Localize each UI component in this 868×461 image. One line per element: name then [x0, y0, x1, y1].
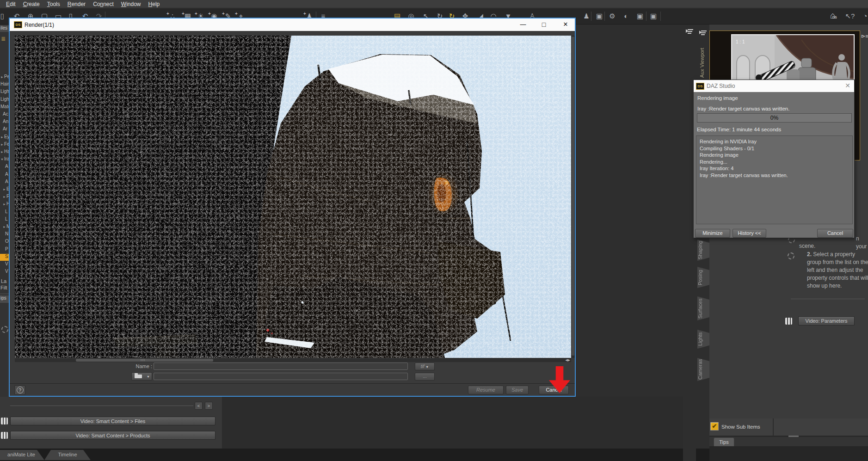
- video-smart-content-products-button[interactable]: Video: Smart Content > Products: [10, 431, 215, 440]
- sidebar-item[interactable]: Light: [0, 89, 9, 96]
- scrollbar-grip: ||||: [141, 359, 145, 361]
- sidebar-item[interactable]: V: [0, 269, 9, 276]
- sidebar-item[interactable]: O: [0, 239, 9, 246]
- sidebar-item[interactable]: ►Ha: [0, 149, 9, 156]
- horizontal-scrollbar[interactable]: |||| ◀▶: [15, 358, 571, 362]
- instruction2-number: 2.: [807, 251, 812, 258]
- sidebar-item[interactable]: V: [0, 261, 9, 268]
- sidebar-item[interactable]: ►Fe: [0, 141, 9, 148]
- pane-menu-icon[interactable]: [686, 28, 695, 37]
- show-sub-items-label: Show Sub Items: [721, 423, 760, 431]
- render-log-box[interactable]: Rendering in NVIDIA IrayCompiling Shader…: [696, 135, 853, 224]
- menu-edit[interactable]: Edit: [5, 1, 17, 7]
- video-parameters-button[interactable]: Video: Parameters: [798, 316, 855, 326]
- name-input[interactable]: [154, 363, 408, 370]
- camera-icon[interactable]: ▣: [648, 11, 659, 22]
- sidebar-item[interactable]: ►Ey: [0, 134, 9, 141]
- sidebar-item[interactable]: Hair: [0, 81, 9, 88]
- tab-tips[interactable]: Tips: [714, 437, 734, 446]
- menu-window[interactable]: Window: [120, 1, 142, 7]
- minimize-button[interactable]: Minimize: [695, 229, 730, 238]
- page-next-button[interactable]: >: [205, 402, 213, 410]
- tab-surfaces[interactable]: Surfaces: [697, 296, 709, 320]
- sidebar-item[interactable]: Ac: [0, 111, 9, 118]
- sidebar-item[interactable]: N: [0, 231, 9, 238]
- sidebar-item[interactable]: ►E: [0, 186, 9, 193]
- left-sidebar-sliver: iles ≣ ►PeHairLightLightMateAcAnAr►Ey►Fe…: [0, 25, 9, 397]
- sidebar-item[interactable]: Mate: [0, 104, 9, 111]
- sidebar-item[interactable]: Ar: [0, 126, 9, 133]
- folder-button[interactable]: ▼: [131, 372, 152, 381]
- sidebar-item[interactable]: A: [0, 172, 9, 178]
- video-smart-content-files-button[interactable]: Video: Smart Content > Files: [10, 417, 215, 425]
- scrollbar-thumb[interactable]: [572, 37, 574, 356]
- toolbar-divider: [604, 12, 605, 21]
- cursor-settings-icon[interactable]: ⚙: [607, 11, 617, 22]
- sidebar-item[interactable]: ▼Ira: [0, 156, 9, 163]
- sidebar-item[interactable]: An: [0, 119, 9, 126]
- new-file-icon[interactable]: ▯: [0, 11, 7, 22]
- sidebar-tips-tab[interactable]: ips: [0, 295, 9, 303]
- daz-studio-app: EditCreateToolsRenderConnectWindowHelp ▯…: [0, 0, 868, 461]
- sphere-settings-icon[interactable]: ◐: [621, 11, 631, 22]
- scrollbar-arrows[interactable]: ◀▶: [565, 358, 570, 362]
- layered-panels-icon[interactable]: ≣: [1, 36, 6, 42]
- sidebar-item[interactable]: A: [0, 164, 9, 171]
- sidebar-item[interactable]: ►H: [0, 201, 9, 208]
- maximize-icon[interactable]: □: [537, 18, 551, 31]
- minimize-icon[interactable]: ―: [516, 18, 530, 31]
- tab-timeline[interactable]: Timeline: [44, 450, 91, 460]
- resume-button[interactable]: Resume: [468, 386, 504, 394]
- sidebar-item[interactable]: A: [0, 179, 9, 186]
- help-button[interactable]: ?: [14, 385, 25, 395]
- browse-button[interactable]: ...: [415, 373, 435, 381]
- toolbar-divider: [660, 12, 661, 21]
- show-sub-items-checkbox[interactable]: ✔: [710, 422, 719, 430]
- help-cursor-icon[interactable]: ↖?: [845, 11, 855, 22]
- pane-undock-icon[interactable]: ⊳≡: [861, 33, 868, 39]
- sidebar-item[interactable]: ►F: [0, 194, 9, 201]
- history-button[interactable]: History <<: [733, 229, 766, 238]
- tab-animate-lite[interactable]: aniMate Lite: [0, 450, 44, 460]
- toolbar-divider: [646, 12, 646, 21]
- ds-home-icon[interactable]: ⌂DS: [830, 11, 842, 23]
- sidebar-item[interactable]: ►M: [0, 224, 9, 231]
- tab-posing[interactable]: Posing: [697, 267, 709, 288]
- menu-connect[interactable]: Connect: [92, 1, 115, 7]
- aspect-ratio-label: 1 : 1: [736, 39, 745, 44]
- person-select-icon[interactable]: ♟: [581, 11, 591, 22]
- sidebar-item[interactable]: S: [0, 254, 9, 261]
- sidebar-item[interactable]: L: [0, 209, 9, 216]
- render-window-titlebar[interactable]: DS Render(1/1) ― □ ✕: [10, 18, 575, 31]
- film-icon: [1, 418, 8, 424]
- progress-dialog: DS DAZ Studio ✕ Rendering image Iray :Re…: [693, 80, 855, 238]
- dialog-titlebar[interactable]: DS DAZ Studio ✕: [694, 80, 854, 92]
- sidebar-item[interactable]: ►Pe: [0, 74, 9, 81]
- menu-help[interactable]: Help: [147, 1, 161, 7]
- close-icon[interactable]: ✕: [559, 18, 573, 31]
- camera-select-icon[interactable]: ▣: [594, 11, 604, 22]
- close-icon[interactable]: ✕: [845, 82, 850, 89]
- film-icon: [785, 318, 792, 325]
- sidebar-top-tab[interactable]: iles: [0, 25, 9, 32]
- sidebar-item[interactable]: Light: [0, 97, 9, 104]
- save-button[interactable]: Save: [506, 386, 529, 394]
- tab-aux-viewport[interactable]: Aux Viewport: [699, 41, 709, 85]
- camera-settings-icon[interactable]: ▣: [635, 11, 645, 22]
- dock-divider-line: [791, 299, 865, 299]
- vertical-scrollbar[interactable]: [571, 36, 575, 358]
- tab-lights[interactable]: Lights: [697, 330, 709, 349]
- sidebar-item[interactable]: P: [0, 246, 9, 253]
- sidebar-item[interactable]: L: [0, 216, 9, 223]
- page-prev-button[interactable]: <: [195, 402, 203, 410]
- menu-tools[interactable]: Tools: [46, 1, 62, 7]
- format-dropdown[interactable]: tif ▼: [415, 363, 435, 370]
- cancel-button[interactable]: Cancel: [817, 229, 853, 238]
- tab-cameras[interactable]: Cameras: [697, 358, 709, 381]
- menu-create[interactable]: Create: [22, 1, 41, 7]
- dock-menu-icon[interactable]: [699, 30, 708, 38]
- path-input[interactable]: [154, 373, 408, 380]
- tab-shaping[interactable]: Shaping: [697, 240, 709, 261]
- menu-render[interactable]: Render: [66, 1, 87, 7]
- clock-icon[interactable]: ◔: [860, 11, 868, 22]
